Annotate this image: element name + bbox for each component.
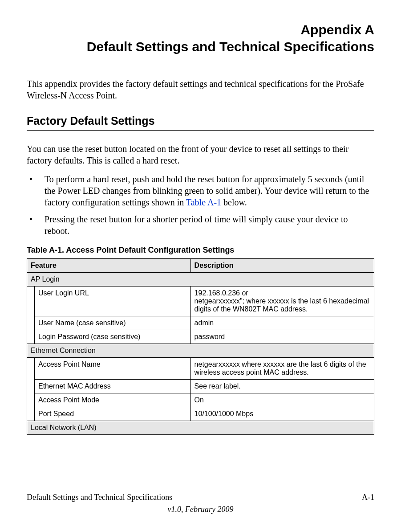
- section-heading: Factory Default Settings: [27, 115, 374, 131]
- header-feature: Feature: [27, 259, 191, 273]
- bullet-list: To perform a hard reset, push and hold t…: [27, 173, 374, 237]
- table-row: Port Speed10/100/1000 Mbps: [27, 407, 374, 421]
- list-item: Pressing the reset button for a shorter …: [27, 213, 374, 237]
- description-cell: 10/100/1000 Mbps: [190, 407, 374, 421]
- intro-paragraph: This appendix provides the factory defau…: [27, 78, 374, 101]
- appendix-label: Appendix A: [27, 21, 374, 38]
- feature-cell: User Login URL: [35, 286, 191, 316]
- table-reference-link[interactable]: Table A-1: [186, 197, 221, 207]
- list-item: To perform a hard reset, push and hold t…: [27, 173, 374, 208]
- indent-cell: [27, 286, 35, 344]
- bullet-text-post: below.: [221, 197, 247, 207]
- header-description: Description: [190, 259, 374, 273]
- table-caption: Table A-1. Access Point Default Configur…: [27, 246, 374, 255]
- feature-cell: Access Point Name: [35, 358, 191, 380]
- table-row: Login Password (case sensitive)password: [27, 330, 374, 344]
- description-cell: admin: [190, 316, 374, 330]
- description-cell: See rear label.: [190, 380, 374, 393]
- description-cell: On: [190, 393, 374, 407]
- title-block: Appendix A Default Settings and Technica…: [27, 21, 374, 55]
- page-title: Default Settings and Technical Specifica…: [27, 38, 374, 55]
- body-paragraph: You can use the reset button located on …: [27, 143, 374, 166]
- footer-version: v1.0, February 2009: [27, 505, 374, 514]
- table-row: Access Point Namenetgearxxxxxx where xxx…: [27, 358, 374, 380]
- feature-cell: User Name (case sensitive): [35, 316, 191, 330]
- section-name: Local Network (LAN): [27, 421, 374, 435]
- section-name: Ethernet Connection: [27, 344, 374, 358]
- table-section-row: AP Login: [27, 273, 374, 286]
- table-row: Ethernet MAC AddressSee rear label.: [27, 380, 374, 393]
- description-cell: netgearxxxxxx where xxxxxx are the last …: [190, 358, 374, 380]
- feature-cell: Ethernet MAC Address: [35, 380, 191, 393]
- feature-cell: Login Password (case sensitive): [35, 330, 191, 344]
- table-header-row: Feature Description: [27, 259, 374, 273]
- settings-table: Feature Description AP LoginUser Login U…: [27, 258, 374, 435]
- table-section-row: Ethernet Connection: [27, 344, 374, 358]
- indent-cell: [27, 358, 35, 421]
- footer-left: Default Settings and Technical Specifica…: [27, 493, 172, 502]
- table-row: User Name (case sensitive)admin: [27, 316, 374, 330]
- table-row: Access Point ModeOn: [27, 393, 374, 407]
- feature-cell: Access Point Mode: [35, 393, 191, 407]
- bullet-text-pre: Pressing the reset button for a shorter …: [45, 214, 348, 236]
- table-row: User Login URL192.168.0.236 or netgearxx…: [27, 286, 374, 316]
- feature-cell: Port Speed: [35, 407, 191, 421]
- description-cell: password: [190, 330, 374, 344]
- page-footer: Default Settings and Technical Specifica…: [27, 489, 374, 514]
- table-section-row: Local Network (LAN): [27, 421, 374, 435]
- description-cell: 192.168.0.236 or netgearxxxxxx"; where x…: [190, 286, 374, 316]
- section-name: AP Login: [27, 273, 374, 286]
- footer-right: A-1: [362, 493, 374, 502]
